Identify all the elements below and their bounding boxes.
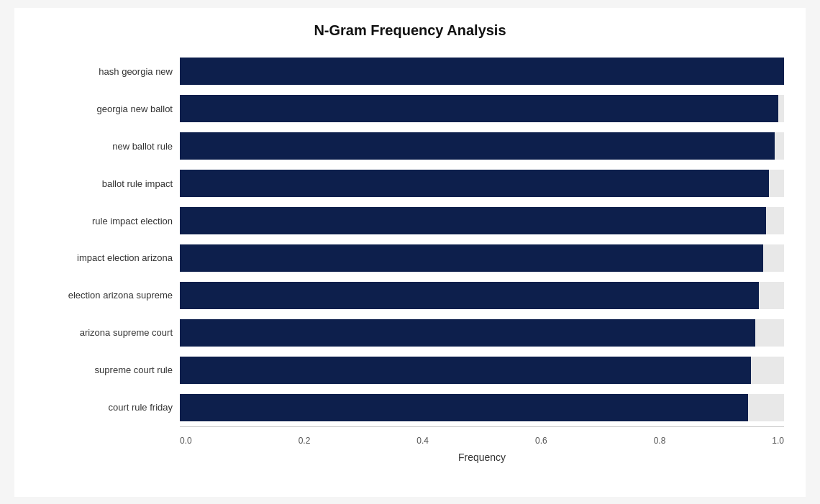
chart-title: N-Gram Frequency Analysis (36, 22, 784, 39)
bars-section: hash georgia newgeorgia new ballotnew ba… (36, 53, 784, 426)
bar-track (180, 95, 784, 122)
bar-fill (180, 132, 775, 160)
chart-container: N-Gram Frequency Analysis hash georgia n… (14, 8, 806, 497)
bar-track (180, 282, 784, 309)
bar-fill (180, 207, 766, 234)
bar-track (180, 357, 784, 384)
bar-label: supreme court rule (36, 365, 180, 375)
bar-track (180, 170, 784, 197)
x-tick: 0.6 (535, 436, 547, 446)
x-tick: 0.2 (299, 436, 311, 446)
bar-fill (180, 95, 778, 122)
bar-fill (180, 282, 759, 309)
bar-label: ballot rule impact (36, 178, 180, 189)
bar-row: court rule friday (36, 389, 784, 426)
bar-fill (180, 394, 748, 421)
bar-label: georgia new ballot (36, 104, 180, 114)
bar-track (180, 394, 784, 421)
bar-row: supreme court rule (36, 352, 784, 389)
x-tick: 0.0 (180, 436, 192, 446)
x-axis: 0.00.20.40.60.81.0 (180, 432, 784, 446)
bar-row: new ballot rule (36, 127, 784, 165)
bar-track (180, 207, 784, 234)
bar-label: court rule friday (36, 402, 180, 413)
bar-track (180, 244, 784, 272)
x-ticks: 0.00.20.40.60.81.0 (180, 432, 784, 446)
bar-fill (180, 319, 755, 347)
bar-row: rule impact election (36, 202, 784, 239)
bar-fill (180, 170, 769, 197)
bar-row: impact election arizona (36, 239, 784, 277)
x-tick: 0.8 (654, 436, 666, 446)
x-axis-label: Frequency (180, 452, 784, 463)
x-tick: 0.4 (416, 436, 429, 446)
bar-track (180, 132, 784, 160)
bar-label: impact election arizona (36, 252, 180, 263)
bar-fill (180, 244, 763, 272)
x-tick: 1.0 (772, 436, 784, 446)
bar-label: hash georgia new (36, 66, 180, 77)
chart-area: hash georgia newgeorgia new ballotnew ba… (36, 53, 784, 463)
bar-row: arizona supreme court (36, 314, 784, 352)
bar-row: hash georgia new (36, 53, 784, 91)
bar-track (180, 319, 784, 347)
x-axis-line (180, 426, 784, 427)
bar-label: new ballot rule (36, 141, 180, 152)
bar-label: election arizona supreme (36, 290, 180, 301)
bar-label: rule impact election (36, 216, 180, 226)
bar-row: ballot rule impact (36, 165, 784, 202)
bar-fill (180, 357, 751, 384)
bar-track (180, 58, 784, 85)
bar-row: georgia new ballot (36, 90, 784, 127)
bar-label: arizona supreme court (36, 327, 180, 338)
bar-row: election arizona supreme (36, 277, 784, 314)
bar-fill (180, 58, 784, 85)
